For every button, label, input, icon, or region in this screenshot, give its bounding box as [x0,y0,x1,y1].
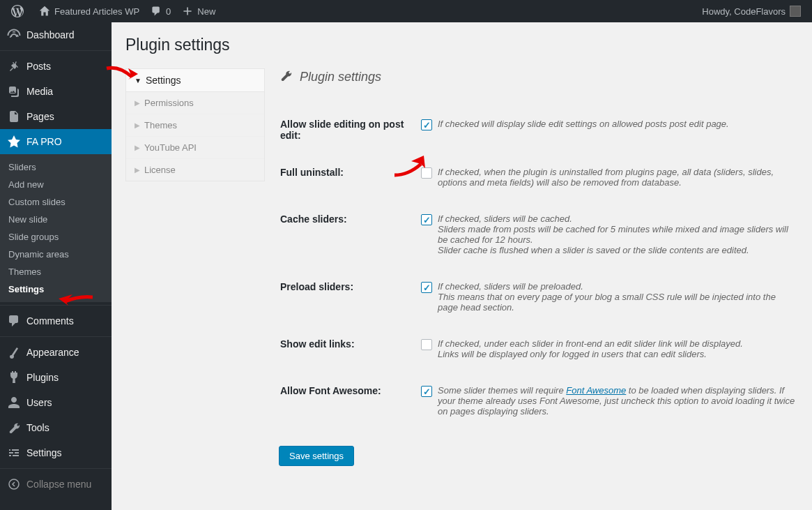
account-link[interactable]: Howdy, CodeFlavors [696,0,806,22]
caret-down-icon: ▼ [135,77,141,84]
caret-right-icon: ▶ [135,166,140,174]
comment-icon [151,6,162,17]
label-show-edit-links: Show edit links: [280,328,420,373]
admin-bar: Featured Articles WP 0 New Howdy, CodeFl… [0,0,812,22]
caret-right-icon: ▶ [135,121,140,129]
settings-form: Plugin settings Allow slide editing on p… [279,68,798,466]
tab-settings[interactable]: ▼ Settings [125,68,265,92]
new-content-link[interactable]: New [176,0,221,22]
desc-cache-sliders-3: Slider cache is flushed when a slider is… [438,245,749,255]
submenu-slide-groups[interactable]: Slide groups [0,228,112,246]
comment-icon [7,314,21,328]
page-icon [7,110,21,123]
menu-media[interactable]: Media [0,79,112,104]
desc-allow-font-awesome: Some slider themes will require Font Awe… [438,385,797,417]
brush-icon [7,345,21,359]
menu-tools[interactable]: Tools [0,415,112,440]
save-settings-button[interactable]: Save settings [279,446,354,466]
desc-cache-sliders-2: Sliders made from posts will be cached f… [438,224,788,245]
desc-full-uninstall: If checked, when the plugin is uninstall… [438,167,797,188]
desc-allow-slide-edit: If checked will display slide edit setti… [438,119,729,129]
plus-icon [182,6,193,17]
caret-right-icon: ▶ [135,99,140,107]
caret-right-icon: ▶ [135,144,140,151]
tab-themes[interactable]: ▶ Themes [126,114,264,137]
wrench-icon [7,421,21,435]
wp-logo[interactable] [6,0,33,22]
sliders-icon [7,446,21,460]
tab-permissions[interactable]: ▶ Permissions [126,92,264,114]
menu-comments[interactable]: Comments [0,305,112,333]
submenu-add-new[interactable]: Add new [0,176,112,193]
submenu-sliders[interactable]: Sliders [0,158,112,176]
howdy-text: Howdy, CodeFlavors [702,6,786,17]
menu-settings[interactable]: Settings [0,440,112,465]
site-name: Featured Articles WP [54,6,139,17]
submenu-settings[interactable]: Settings [0,280,112,298]
comments-count: 0 [166,6,171,17]
font-awesome-link[interactable]: Font Awesome [566,385,626,396]
home-icon [39,6,50,17]
content-area: Plugin settings ▼ Settings ▶ Permissions… [112,0,812,494]
menu-appearance[interactable]: Appearance [0,336,112,365]
submenu-dynamic-areas[interactable]: Dynamic areas [0,246,112,263]
label-full-uninstall: Full uninstall: [280,156,420,202]
fa-pro-submenu: Sliders Add new Custom slides New slide … [0,154,112,302]
submenu-themes[interactable]: Themes [0,263,112,280]
desc-cache-sliders-1: If checked, sliders will be cached. [438,213,572,224]
pin-icon [7,59,21,73]
wordpress-icon [11,5,24,17]
menu-collapse[interactable]: Collapse menu [0,468,112,494]
label-allow-slide-edit: Allow slide editing on post edit: [280,108,420,155]
site-name-link[interactable]: Featured Articles WP [33,0,145,22]
star-icon [7,135,21,149]
submenu-custom-slides[interactable]: Custom slides [0,193,112,211]
desc-show-edit-links-2: Links will be displayed only for logged … [438,349,707,359]
menu-plugins[interactable]: Plugins [0,365,112,390]
tab-license[interactable]: ▶ License [126,159,264,181]
menu-pages[interactable]: Pages [0,104,112,129]
svg-point-0 [9,479,19,489]
admin-menu: Dashboard Posts Media Pages FA PRO Slide… [0,22,112,494]
desc-preload-sliders-2: This means that on every page of your bl… [438,292,776,313]
submenu-new-slide[interactable]: New slide [0,211,112,228]
settings-tabs: ▼ Settings ▶ Permissions ▶ Themes ▶ YouT… [125,68,265,466]
label-cache-sliders: Cache sliders: [280,203,420,269]
menu-fa-pro[interactable]: FA PRO [0,129,112,154]
avatar-icon [790,6,801,17]
comments-link[interactable]: 0 [145,0,176,22]
wrench-icon [279,68,293,86]
tab-youtube-api[interactable]: ▶ YouTube API [126,137,264,159]
menu-dashboard[interactable]: Dashboard [0,22,112,47]
user-icon [7,396,21,410]
media-icon [7,84,21,98]
collapse-icon [7,477,21,491]
page-title: Plugin settings [125,29,798,68]
new-label: New [197,6,215,17]
menu-users[interactable]: Users [0,390,112,415]
desc-show-edit-links-1: If checked, under each slider in front-e… [438,338,743,349]
label-allow-font-awesome: Allow Font Awesome: [280,375,420,430]
menu-posts[interactable]: Posts [0,50,112,79]
label-preload-sliders: Preload sliders: [280,271,420,327]
plug-icon [7,370,21,384]
section-heading: Plugin settings [279,68,798,86]
desc-preload-sliders-1: If checked, sliders will be preloaded. [438,281,583,292]
dashboard-icon [7,28,21,42]
